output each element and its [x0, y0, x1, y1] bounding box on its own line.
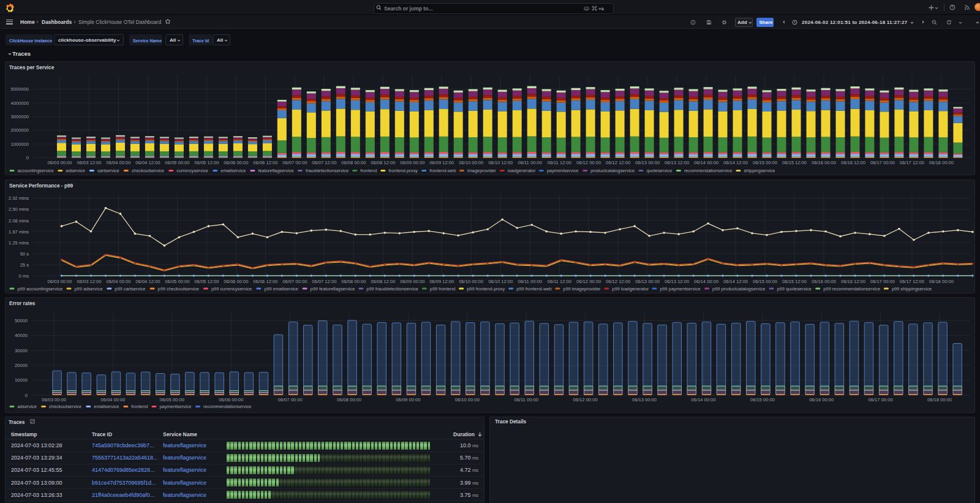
svg-text:5000000: 5000000: [10, 86, 29, 92]
svg-text:frontend-proxy: frontend-proxy: [388, 168, 418, 173]
svg-text:recommendationservice: recommendationservice: [684, 168, 732, 173]
svg-text:06/15 00:00: 06/15 00:00: [753, 160, 777, 165]
svg-text:paymentservice: paymentservice: [547, 168, 579, 173]
svg-text:0 ms: 0 ms: [19, 273, 29, 279]
svg-text:50000: 50000: [15, 318, 28, 323]
svg-text:06/13 00:00: 06/13 00:00: [635, 279, 660, 284]
svg-text:06/04 00:00: 06/04 00:00: [106, 279, 130, 284]
svg-text:06/06 00:00: 06/06 00:00: [224, 279, 248, 284]
svg-text:06/11 00:00: 06/11 00:00: [514, 397, 538, 403]
svg-text:06/08 00:00: 06/08 00:00: [337, 397, 361, 403]
svg-text:p99 frauddetectionservice: p99 frauddetectionservice: [366, 286, 418, 292]
svg-text:p99 frontend: p99 frontend: [430, 286, 456, 292]
svg-text:06/05 00:00: 06/05 00:00: [165, 160, 189, 165]
svg-text:06/09 12:00: 06/09 12:00: [429, 160, 454, 165]
svg-text:06/12 00:00: 06/12 00:00: [576, 279, 601, 284]
svg-text:p99 imageprovider: p99 imageprovider: [563, 286, 601, 292]
svg-text:emailservice: emailservice: [94, 404, 119, 409]
svg-text:adservice: adservice: [66, 168, 85, 173]
svg-text:06/03 12:00: 06/03 12:00: [77, 160, 101, 165]
svg-text:10000: 10000: [15, 377, 28, 383]
svg-text:06/10 12:00: 06/10 12:00: [488, 160, 513, 165]
svg-text:imageprovider: imageprovider: [467, 168, 496, 173]
svg-text:06/15 12:00: 06/15 12:00: [782, 279, 807, 284]
svg-text:06/13 12:00: 06/13 12:00: [665, 279, 689, 284]
svg-text:currencyservice: currencyservice: [176, 168, 208, 173]
svg-text:06/03 00:00: 06/03 00:00: [47, 279, 72, 284]
svg-text:p99 frontend-web: p99 frontend-web: [516, 286, 552, 292]
svg-text:1.67 mins: 1.67 mins: [9, 229, 29, 235]
svg-text:frontend: frontend: [360, 168, 377, 173]
svg-text:adservice: adservice: [18, 404, 37, 409]
svg-text:06/17 12:00: 06/17 12:00: [900, 279, 924, 284]
svg-text:06/10 00:00: 06/10 00:00: [459, 160, 483, 165]
svg-text:06/05 12:00: 06/05 12:00: [194, 279, 219, 284]
svg-text:p99 checkoutservice: p99 checkoutservice: [158, 286, 199, 292]
svg-text:p99 accountingservice: p99 accountingservice: [18, 286, 63, 292]
svg-text:06/04 12:00: 06/04 12:00: [135, 279, 160, 284]
svg-text:06/13 00:00: 06/13 00:00: [632, 397, 657, 403]
svg-text:06/11 12:00: 06/11 12:00: [547, 279, 571, 284]
svg-text:06/18 00:00: 06/18 00:00: [927, 397, 952, 403]
svg-text:06/12 00:00: 06/12 00:00: [576, 160, 601, 165]
svg-text:06/03 00:00: 06/03 00:00: [42, 397, 66, 403]
svg-text:p99 loadgenerator: p99 loadgenerator: [612, 286, 649, 292]
svg-text:50 s: 50 s: [20, 251, 29, 257]
svg-text:06/09 12:00: 06/09 12:00: [429, 279, 454, 284]
svg-text:06/08 00:00: 06/08 00:00: [341, 279, 366, 284]
svg-text:30000: 30000: [15, 348, 28, 354]
svg-text:emailservice: emailservice: [221, 168, 246, 173]
svg-text:06/04 00:00: 06/04 00:00: [100, 397, 125, 403]
svg-text:06/13 12:00: 06/13 12:00: [665, 160, 689, 165]
svg-text:40000: 40000: [15, 333, 28, 338]
svg-text:shippingservice: shippingservice: [744, 168, 775, 173]
svg-text:06/16 12:00: 06/16 12:00: [841, 279, 865, 284]
svg-text:06/07 00:00: 06/07 00:00: [278, 397, 303, 403]
svg-text:06/07 12:00: 06/07 12:00: [312, 160, 336, 165]
svg-text:p99 cartservice: p99 cartservice: [115, 286, 145, 292]
svg-text:p99 currencyservice: p99 currencyservice: [211, 286, 252, 292]
svg-text:featureflagservice: featureflagservice: [258, 168, 293, 173]
svg-text:06/11 00:00: 06/11 00:00: [518, 160, 542, 165]
svg-text:p99 frontend-proxy: p99 frontend-proxy: [467, 286, 505, 292]
svg-text:06/14 00:00: 06/14 00:00: [694, 279, 718, 284]
svg-text:06/06 00:00: 06/06 00:00: [224, 160, 248, 165]
svg-text:p99 adservice: p99 adservice: [75, 286, 103, 292]
svg-text:06/16 00:00: 06/16 00:00: [812, 279, 836, 284]
svg-text:quoteservice: quoteservice: [646, 168, 672, 173]
svg-text:20000: 20000: [15, 363, 28, 368]
svg-text:p99 paymentservice: p99 paymentservice: [660, 286, 700, 292]
svg-text:p99 productcatalogservice: p99 productcatalogservice: [712, 286, 765, 292]
svg-text:06/08 12:00: 06/08 12:00: [371, 160, 395, 165]
svg-text:p99 quoteservice: p99 quoteservice: [777, 286, 812, 292]
svg-text:06/09 00:00: 06/09 00:00: [400, 160, 424, 165]
svg-text:06/05 12:00: 06/05 12:00: [194, 160, 219, 165]
svg-text:06/17 00:00: 06/17 00:00: [870, 160, 895, 165]
svg-text:06/12 12:00: 06/12 12:00: [606, 160, 630, 165]
svg-text:cartservice: cartservice: [97, 168, 119, 173]
svg-text:06/05 00:00: 06/05 00:00: [160, 397, 184, 403]
svg-text:p99 emailservice: p99 emailservice: [264, 286, 298, 292]
svg-text:06/14 12:00: 06/14 12:00: [723, 279, 748, 284]
svg-text:frauddetectionservice: frauddetectionservice: [306, 168, 349, 173]
svg-text:2.50 mins: 2.50 mins: [9, 206, 29, 212]
svg-text:06/04 12:00: 06/04 12:00: [135, 160, 160, 165]
svg-text:2.08 mins: 2.08 mins: [9, 218, 29, 224]
svg-text:06/07 00:00: 06/07 00:00: [282, 279, 307, 284]
svg-text:06/09 00:00: 06/09 00:00: [396, 397, 420, 403]
svg-text:checkoutservice: checkoutservice: [132, 168, 164, 173]
svg-text:06/17 12:00: 06/17 12:00: [900, 160, 924, 165]
svg-text:06/06 00:00: 06/06 00:00: [219, 397, 243, 403]
svg-text:checkoutservice: checkoutservice: [49, 404, 81, 409]
svg-text:3000000: 3000000: [10, 114, 29, 119]
svg-text:productcatalogservice: productcatalogservice: [590, 168, 635, 173]
svg-text:4000000: 4000000: [10, 100, 29, 106]
svg-text:06/14 00:00: 06/14 00:00: [691, 397, 715, 403]
svg-text:06/15 00:00: 06/15 00:00: [750, 397, 775, 403]
svg-text:06/12 12:00: 06/12 12:00: [606, 279, 630, 284]
svg-text:06/12 00:00: 06/12 00:00: [573, 397, 598, 403]
svg-text:06/09 00:00: 06/09 00:00: [400, 279, 424, 284]
svg-text:06/14 12:00: 06/14 12:00: [723, 160, 748, 165]
svg-text:06/17 00:00: 06/17 00:00: [870, 279, 895, 284]
svg-text:06/15 00:00: 06/15 00:00: [753, 279, 777, 284]
